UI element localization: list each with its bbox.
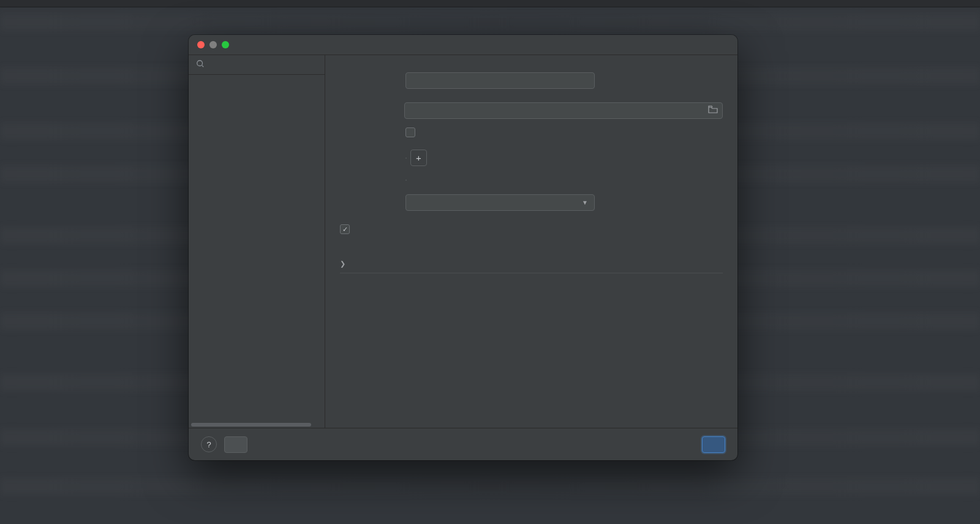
- horizontal-scrollbar[interactable]: [191, 423, 311, 427]
- location-input[interactable]: [404, 102, 723, 119]
- git-checkbox[interactable]: [405, 127, 415, 137]
- close-window-icon[interactable]: [197, 41, 205, 48]
- sidebar: [189, 55, 325, 428]
- zoom-window-icon[interactable]: [222, 41, 229, 48]
- titlebar: [189, 35, 737, 55]
- dialog-footer: ?: [189, 428, 737, 460]
- add-language-button[interactable]: +: [410, 150, 427, 166]
- help-button[interactable]: ?: [201, 436, 217, 452]
- form-panel: + ▼ ✓ ❯: [325, 55, 737, 428]
- svg-line-1: [202, 66, 204, 67]
- sample-code-checkbox[interactable]: ✓: [340, 224, 350, 234]
- name-input[interactable]: [405, 72, 595, 89]
- new-project-dialog: + ▼ ✓ ❯: [189, 35, 737, 460]
- create-button[interactable]: [702, 436, 725, 453]
- cancel-button[interactable]: [224, 436, 247, 453]
- chevron-down-icon: ▼: [582, 199, 588, 206]
- jdk-dropdown[interactable]: ▼: [405, 194, 595, 211]
- minimize-window-icon[interactable]: [209, 41, 217, 48]
- chevron-right-icon: ❯: [340, 260, 345, 268]
- browse-folder-icon[interactable]: [708, 105, 718, 116]
- language-group: [405, 158, 407, 159]
- build-system-group: [405, 180, 407, 181]
- sidebar-search[interactable]: [189, 55, 325, 75]
- search-icon: [196, 59, 205, 70]
- advanced-settings-toggle[interactable]: ❯: [340, 260, 723, 273]
- generators-header: [189, 77, 325, 94]
- svg-point-0: [197, 61, 203, 66]
